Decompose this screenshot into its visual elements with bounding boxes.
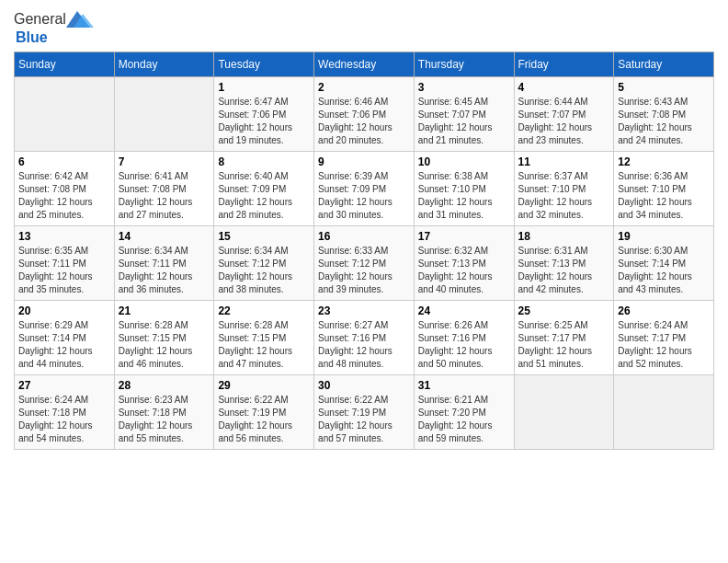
header-day-friday: Friday — [514, 52, 614, 77]
day-number: 22 — [218, 304, 310, 317]
day-cell: 16Sunrise: 6:33 AM Sunset: 7:12 PM Dayli… — [314, 226, 415, 301]
day-info: Sunrise: 6:30 AM Sunset: 7:14 PM Dayligh… — [618, 245, 710, 296]
day-cell: 1Sunrise: 6:47 AM Sunset: 7:06 PM Daylig… — [214, 77, 314, 152]
header-day-sunday: Sunday — [15, 52, 115, 77]
day-cell: 31Sunrise: 6:21 AM Sunset: 7:20 PM Dayli… — [414, 375, 514, 450]
day-info: Sunrise: 6:35 AM Sunset: 7:11 PM Dayligh… — [18, 245, 110, 296]
day-number: 7 — [119, 155, 210, 168]
day-number: 21 — [119, 304, 210, 317]
day-info: Sunrise: 6:36 AM Sunset: 7:10 PM Dayligh… — [618, 170, 710, 222]
page-container: General Blue SundayMondayTuesdayWednesda… — [0, 0, 728, 459]
week-row-1: 1Sunrise: 6:47 AM Sunset: 7:06 PM Daylig… — [15, 77, 714, 152]
day-number: 8 — [218, 155, 310, 168]
day-number: 28 — [119, 379, 210, 392]
day-cell: 2Sunrise: 6:46 AM Sunset: 7:06 PM Daylig… — [314, 77, 415, 152]
day-number: 4 — [518, 81, 610, 94]
week-row-4: 20Sunrise: 6:29 AM Sunset: 7:14 PM Dayli… — [15, 301, 714, 375]
day-info: Sunrise: 6:38 AM Sunset: 7:10 PM Dayligh… — [418, 170, 510, 222]
day-number: 26 — [618, 304, 710, 317]
page-header: General Blue — [14, 9, 714, 46]
day-cell: 5Sunrise: 6:43 AM Sunset: 7:08 PM Daylig… — [614, 77, 714, 152]
day-number: 17 — [418, 230, 510, 243]
day-info: Sunrise: 6:43 AM Sunset: 7:08 PM Dayligh… — [618, 96, 710, 147]
day-number: 9 — [318, 155, 410, 168]
day-cell: 4Sunrise: 6:44 AM Sunset: 7:07 PM Daylig… — [514, 77, 614, 152]
logo: General Blue — [14, 9, 94, 46]
day-cell — [514, 375, 614, 450]
day-cell: 18Sunrise: 6:31 AM Sunset: 7:13 PM Dayli… — [514, 226, 614, 301]
day-cell: 26Sunrise: 6:24 AM Sunset: 7:17 PM Dayli… — [614, 301, 714, 375]
day-info: Sunrise: 6:37 AM Sunset: 7:10 PM Dayligh… — [518, 170, 610, 222]
calendar-header: SundayMondayTuesdayWednesdayThursdayFrid… — [15, 52, 714, 77]
day-cell — [15, 77, 115, 152]
day-number: 29 — [218, 379, 310, 392]
day-cell: 8Sunrise: 6:40 AM Sunset: 7:09 PM Daylig… — [214, 152, 314, 226]
day-number: 12 — [618, 155, 710, 168]
day-cell: 11Sunrise: 6:37 AM Sunset: 7:10 PM Dayli… — [514, 152, 614, 226]
day-info: Sunrise: 6:42 AM Sunset: 7:08 PM Dayligh… — [18, 170, 110, 222]
day-info: Sunrise: 6:45 AM Sunset: 7:07 PM Dayligh… — [418, 96, 510, 147]
day-info: Sunrise: 6:22 AM Sunset: 7:19 PM Dayligh… — [218, 394, 310, 445]
day-cell: 17Sunrise: 6:32 AM Sunset: 7:13 PM Dayli… — [414, 226, 514, 301]
day-cell: 30Sunrise: 6:22 AM Sunset: 7:19 PM Dayli… — [314, 375, 415, 450]
day-cell: 27Sunrise: 6:24 AM Sunset: 7:18 PM Dayli… — [15, 375, 115, 450]
day-number: 14 — [119, 230, 210, 243]
day-number: 2 — [318, 81, 410, 94]
day-info: Sunrise: 6:39 AM Sunset: 7:09 PM Dayligh… — [318, 170, 410, 222]
day-cell: 13Sunrise: 6:35 AM Sunset: 7:11 PM Dayli… — [15, 226, 115, 301]
header-day-thursday: Thursday — [414, 52, 514, 77]
day-info: Sunrise: 6:23 AM Sunset: 7:18 PM Dayligh… — [119, 394, 210, 445]
day-info: Sunrise: 6:47 AM Sunset: 7:06 PM Dayligh… — [218, 96, 310, 147]
day-info: Sunrise: 6:25 AM Sunset: 7:17 PM Dayligh… — [518, 319, 610, 371]
day-number: 30 — [318, 379, 410, 392]
day-cell — [614, 375, 714, 450]
day-cell — [114, 77, 214, 152]
day-cell: 12Sunrise: 6:36 AM Sunset: 7:10 PM Dayli… — [614, 152, 714, 226]
day-info: Sunrise: 6:31 AM Sunset: 7:13 PM Dayligh… — [518, 245, 610, 296]
day-info: Sunrise: 6:34 AM Sunset: 7:12 PM Dayligh… — [218, 245, 310, 296]
day-cell: 19Sunrise: 6:30 AM Sunset: 7:14 PM Dayli… — [614, 226, 714, 301]
day-cell: 25Sunrise: 6:25 AM Sunset: 7:17 PM Dayli… — [514, 301, 614, 375]
header-day-tuesday: Tuesday — [214, 52, 314, 77]
day-number: 6 — [18, 155, 110, 168]
day-cell: 29Sunrise: 6:22 AM Sunset: 7:19 PM Dayli… — [214, 375, 314, 450]
day-number: 13 — [18, 230, 110, 243]
day-cell: 20Sunrise: 6:29 AM Sunset: 7:14 PM Dayli… — [15, 301, 115, 375]
header-day-saturday: Saturday — [614, 52, 714, 77]
day-cell: 9Sunrise: 6:39 AM Sunset: 7:09 PM Daylig… — [314, 152, 415, 226]
day-cell: 23Sunrise: 6:27 AM Sunset: 7:16 PM Dayli… — [314, 301, 415, 375]
day-cell: 7Sunrise: 6:41 AM Sunset: 7:08 PM Daylig… — [114, 152, 214, 226]
day-number: 25 — [518, 304, 610, 317]
logo-general-text: General — [14, 11, 66, 28]
day-number: 27 — [18, 379, 110, 392]
day-cell: 22Sunrise: 6:28 AM Sunset: 7:15 PM Dayli… — [214, 301, 314, 375]
day-info: Sunrise: 6:44 AM Sunset: 7:07 PM Dayligh… — [518, 96, 610, 147]
day-info: Sunrise: 6:33 AM Sunset: 7:12 PM Dayligh… — [318, 245, 410, 296]
day-info: Sunrise: 6:27 AM Sunset: 7:16 PM Dayligh… — [318, 319, 410, 371]
day-number: 3 — [418, 81, 510, 94]
week-row-5: 27Sunrise: 6:24 AM Sunset: 7:18 PM Dayli… — [15, 375, 714, 450]
week-row-3: 13Sunrise: 6:35 AM Sunset: 7:11 PM Dayli… — [15, 226, 714, 301]
day-number: 20 — [18, 304, 110, 317]
day-number: 23 — [318, 304, 410, 317]
day-info: Sunrise: 6:28 AM Sunset: 7:15 PM Dayligh… — [218, 319, 310, 371]
day-number: 19 — [618, 230, 710, 243]
day-cell: 28Sunrise: 6:23 AM Sunset: 7:18 PM Dayli… — [114, 375, 214, 450]
day-cell: 14Sunrise: 6:34 AM Sunset: 7:11 PM Dayli… — [114, 226, 214, 301]
day-cell: 21Sunrise: 6:28 AM Sunset: 7:15 PM Dayli… — [114, 301, 214, 375]
day-number: 11 — [518, 155, 610, 168]
day-number: 31 — [418, 379, 510, 392]
day-info: Sunrise: 6:40 AM Sunset: 7:09 PM Dayligh… — [218, 170, 310, 222]
day-info: Sunrise: 6:21 AM Sunset: 7:20 PM Dayligh… — [418, 394, 510, 445]
logo-blue-text: Blue — [16, 29, 48, 46]
day-number: 5 — [618, 81, 710, 94]
logo-icon — [66, 9, 94, 29]
header-day-wednesday: Wednesday — [314, 52, 415, 77]
day-number: 10 — [418, 155, 510, 168]
day-number: 15 — [218, 230, 310, 243]
day-info: Sunrise: 6:34 AM Sunset: 7:11 PM Dayligh… — [119, 245, 210, 296]
week-row-2: 6Sunrise: 6:42 AM Sunset: 7:08 PM Daylig… — [15, 152, 714, 226]
header-row: SundayMondayTuesdayWednesdayThursdayFrid… — [15, 52, 714, 77]
day-info: Sunrise: 6:28 AM Sunset: 7:15 PM Dayligh… — [119, 319, 210, 371]
calendar-body: 1Sunrise: 6:47 AM Sunset: 7:06 PM Daylig… — [15, 77, 714, 450]
